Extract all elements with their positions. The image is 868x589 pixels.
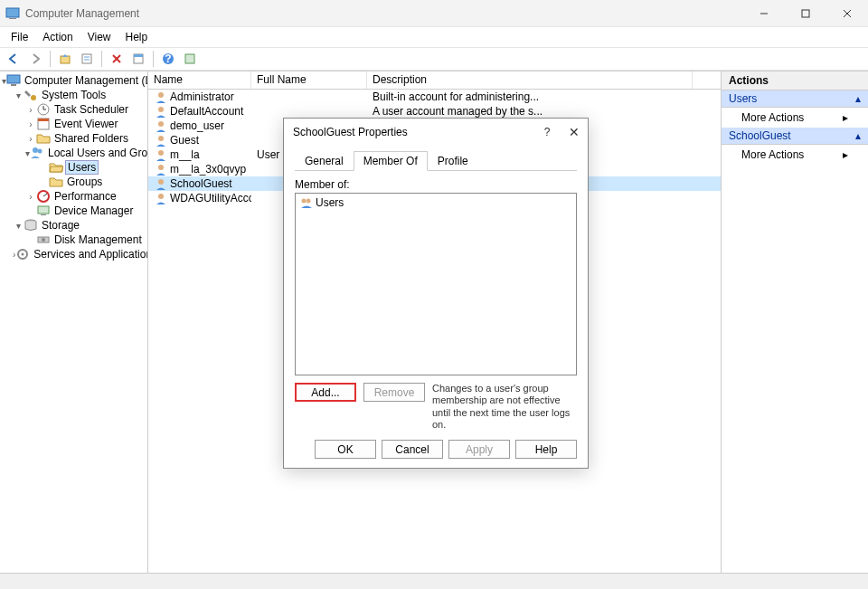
actions-section-schoolguest[interactable]: SchoolGuest▴ [722,128,868,145]
tree-node-groups[interactable]: Groups [0,175,147,189]
refresh-button[interactable] [180,49,200,69]
svg-rect-24 [38,119,49,121]
column-header-description[interactable]: Description [367,71,693,89]
tree-panel: ▾Computer Management (Local▾System Tools… [0,71,148,573]
perf-icon [36,189,51,204]
dialog-title: SchoolGuest Properties [293,126,533,138]
minimize-button[interactable] [743,0,785,27]
user-description: A user account managed by the s... [367,105,693,118]
tree-label: Device Manager [52,204,135,217]
menu-help[interactable]: Help [118,29,156,45]
tree-label: Task Scheduler [52,103,130,116]
user-row-administrator[interactable]: AdministratorBuilt-in account for admini… [148,90,721,104]
tree-node-system-tools[interactable]: ▾System Tools [0,88,147,102]
statusbar [0,573,868,589]
svg-text:?: ? [165,52,171,65]
user-row-defaultaccount[interactable]: DefaultAccountA user account managed by … [148,104,721,119]
svg-point-26 [38,149,42,154]
actions-section-users[interactable]: Users▴ [722,90,868,108]
tree-node-users[interactable]: Users [0,160,147,175]
dialog-help-bottom-button[interactable]: Help [515,440,577,459]
clock-icon [36,102,51,117]
tree-label: Users [65,160,99,175]
svg-rect-29 [38,206,49,214]
user-icon [154,148,168,161]
ok-button[interactable]: OK [315,440,376,459]
menu-file[interactable]: File [4,29,35,45]
user-icon [154,134,168,147]
column-header-full-name[interactable]: Full Name [251,71,367,89]
dialog-help-button[interactable]: ? [533,126,561,138]
storage-icon [24,218,38,233]
export-button[interactable] [128,49,148,69]
actions-link-label: More Actions [741,111,804,124]
up-button[interactable] [55,49,75,69]
tree-node-computer-management-local[interactable]: ▾Computer Management (Local [0,73,147,88]
forward-button[interactable] [25,49,45,69]
tree-toggle-icon[interactable]: › [25,119,36,129]
user-icon [154,163,168,176]
actions-panel: Actions Users▴More Actions▸SchoolGuest▴M… [722,71,868,573]
dialog-close-button[interactable]: ✕ [561,125,588,139]
tree-label: Event Viewer [52,118,119,130]
back-button[interactable] [4,49,24,69]
device-icon [36,204,51,218]
tools-icon [24,88,38,102]
delete-button[interactable] [107,49,127,69]
event-icon [36,117,51,131]
tree-node-shared-folders[interactable]: ›Shared Folders [0,131,147,146]
svg-rect-6 [61,56,70,63]
tab-general[interactable]: General [295,151,354,171]
actions-link-more-actions[interactable]: More Actions▸ [722,108,868,128]
svg-point-19 [31,95,36,100]
tree-toggle-icon[interactable]: › [25,105,36,115]
svg-rect-3 [802,10,809,17]
member-of-list[interactable]: Users [295,193,577,375]
users-icon [30,146,44,160]
svg-rect-1 [9,18,16,19]
membership-hint: Changes to a user's group membership are… [432,383,577,431]
user-icon [154,119,168,132]
tree-node-performance[interactable]: ›Performance [0,189,147,204]
svg-line-28 [43,194,47,196]
tree-node-event-viewer[interactable]: ›Event Viewer [0,117,147,131]
column-header-name[interactable]: Name [148,71,251,89]
user-description: Built-in account for administering... [367,90,693,103]
close-button[interactable] [826,0,868,27]
tree-node-task-scheduler[interactable]: ›Task Scheduler [0,102,147,117]
tree-toggle-icon[interactable]: › [25,192,36,202]
member-item-users[interactable]: Users [297,195,574,210]
properties-button[interactable] [77,49,97,69]
actions-link-more-actions[interactable]: More Actions▸ [722,145,868,165]
computer-icon [6,73,21,88]
tab-profile[interactable]: Profile [428,151,478,171]
tree-toggle-icon[interactable]: ▾ [13,90,24,100]
menu-action[interactable]: Action [35,29,80,45]
tree-node-device-manager[interactable]: Device Manager [0,204,147,218]
tab-member-of[interactable]: Member Of [354,151,428,171]
tree-label: Performance [52,190,118,203]
tree-toggle-icon[interactable]: › [25,134,36,144]
svg-rect-16 [185,54,194,63]
help-button[interactable]: ? [158,49,178,69]
dialog-titlebar: SchoolGuest Properties ? ✕ [284,119,588,146]
menu-view[interactable]: View [80,29,118,45]
tree-node-disk-management[interactable]: Disk Management [0,233,147,247]
cancel-button[interactable]: Cancel [382,440,443,459]
add-button[interactable]: Add... [295,383,356,402]
tree-node-local-users-and-groups[interactable]: ▾Local Users and Groups [0,146,147,160]
maximize-button[interactable] [785,0,826,27]
actions-header: Actions [722,71,868,90]
remove-button[interactable]: Remove [363,383,425,402]
svg-point-43 [158,194,164,199]
tree-toggle-icon[interactable]: ▾ [13,221,24,231]
apply-button[interactable]: Apply [448,440,510,459]
user-icon [154,177,168,190]
user-name: SchoolGuest [170,177,232,190]
actions-link-label: More Actions [741,148,804,161]
tree-node-services-and-applications[interactable]: ›Services and Applications [0,247,147,261]
svg-point-36 [158,92,164,98]
tree-label: Storage [40,219,81,232]
tree-node-storage[interactable]: ▾Storage [0,218,147,233]
dialog-tabs: GeneralMember OfProfile [295,151,577,171]
